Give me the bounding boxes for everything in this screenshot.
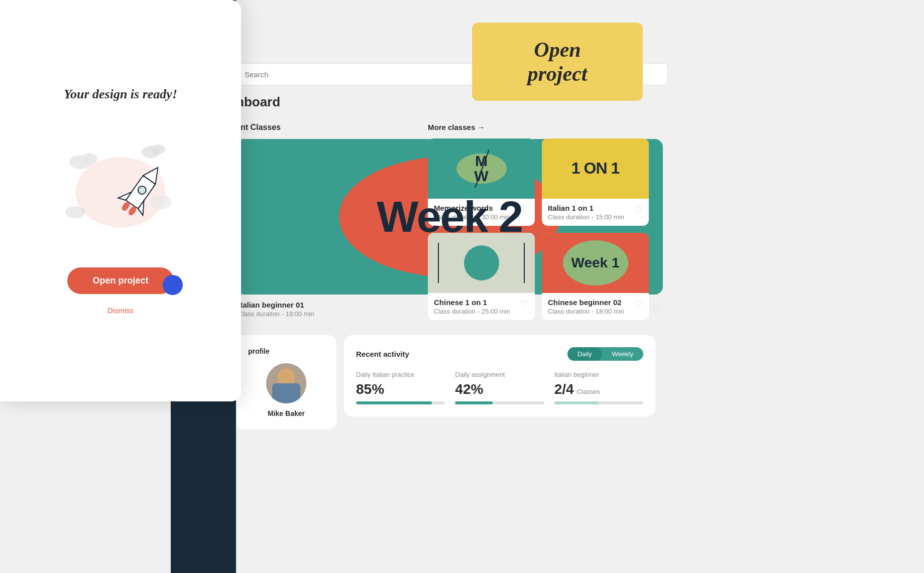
card-duration: Class duration - 18:00 min (548, 308, 624, 315)
progress-bar (554, 401, 643, 404)
big-card-title: Week 2 (377, 191, 522, 242)
user-name: Mike Baker (268, 409, 305, 417)
modal-open-button[interactable]: Open project (67, 267, 173, 294)
tab-daily[interactable]: Daily (567, 347, 602, 361)
card-thumb-mw: M W (428, 138, 535, 199)
v-line (438, 243, 439, 283)
rocket-svg (50, 122, 191, 242)
stat-value: 42% (455, 381, 544, 397)
card-info: Chinese beginner 02 Class duration - 18:… (542, 293, 649, 320)
page-title: nboard (236, 94, 280, 110)
card-chinese-beginner-02[interactable]: Week 1 Chinese beginner 02 Class duratio… (542, 233, 649, 320)
stat-value: 2/4 (554, 381, 574, 397)
stat-label: Daily assignment (455, 371, 544, 378)
favorite-icon[interactable]: ♡ (634, 298, 643, 310)
rocket-illustration (50, 122, 191, 242)
progress-fill (356, 401, 432, 404)
avatar (266, 363, 306, 403)
modal-overlay: Your design is ready! (0, 0, 241, 401)
tab-group: Daily Weekly (567, 347, 643, 361)
blue-dot-decoration (163, 275, 183, 295)
favorite-icon[interactable]: ♡ (634, 204, 643, 216)
stat-label: Daily Italian practice (356, 371, 445, 378)
v-line (524, 243, 525, 283)
stat-sub: Classes (577, 388, 600, 395)
week1-title: Week 1 (571, 255, 620, 271)
big-card-favorite-icon[interactable]: ♡ (652, 303, 661, 315)
card-name: Italian 1 on 1 (548, 204, 624, 212)
on1-text: 1 ON 1 (571, 160, 619, 177)
stat-value: 85% (356, 381, 445, 397)
card-info: Chinese 1 on 1 Class duration - 25:00 mi… (428, 293, 535, 320)
banner-label: Open project (528, 38, 588, 85)
big-card-duration: Class duration - 18:00 min (238, 310, 314, 318)
open-btn-wrapper: Open project (67, 267, 173, 302)
progress-bar (356, 401, 445, 404)
stat-italian-practice: Daily Italian practice 85% (356, 371, 445, 404)
stat-label: Italian beginner (554, 371, 643, 378)
activity-title: Recent activity (356, 350, 409, 358)
profile-section: profile Mike Baker (236, 335, 336, 429)
svg-point-6 (65, 206, 85, 218)
card-chinese-1on1[interactable]: Chinese 1 on 1 Class duration - 25:00 mi… (428, 233, 535, 320)
activity-stats: Daily Italian practice 85% Daily assignm… (356, 371, 643, 404)
progress-fill (455, 401, 492, 404)
card-thumb-1on1: 1 ON 1 (542, 138, 649, 199)
tab-weekly[interactable]: Weekly (602, 347, 643, 361)
chinese-circle (464, 245, 499, 280)
avatar-body (272, 383, 300, 403)
card-italian-1on1[interactable]: 1 ON 1 Italian 1 on 1 Class duration - 1… (542, 138, 649, 226)
svg-point-0 (75, 157, 166, 227)
stat-italian-beginner: Italian beginner 2/4 Classes (554, 371, 643, 404)
card-duration: Class duration - 15:00 min (548, 213, 624, 221)
progress-bar (455, 401, 544, 404)
activity-header: Recent activity Daily Weekly (356, 347, 643, 361)
more-classes-label: More classes → (428, 123, 649, 131)
activity-section: Recent activity Daily Weekly Daily Itali… (344, 335, 655, 416)
stat-daily-assignment: Daily assignment 42% (455, 371, 544, 404)
card-thumb-week1: Week 1 (542, 233, 649, 293)
svg-point-4 (151, 145, 165, 155)
progress-fill (554, 401, 599, 404)
favorite-icon[interactable]: ♡ (520, 298, 529, 310)
profile-title: profile (248, 347, 270, 355)
modal-title: Your design is ready! (64, 87, 177, 102)
card-name: Chinese beginner 02 (548, 298, 624, 307)
card-duration: Class duration - 25:00 min (434, 308, 510, 315)
avatar-figure (266, 363, 306, 403)
big-card-name: Italian beginner 01 (238, 301, 314, 309)
card-name: Chinese 1 on 1 (434, 298, 510, 307)
dismiss-button[interactable]: Dismiss (107, 306, 134, 315)
svg-point-5 (150, 195, 172, 209)
card-info: Italian 1 on 1 Class duration - 15:00 mi… (542, 199, 649, 226)
open-project-banner: Open project (472, 23, 643, 101)
svg-point-2 (81, 153, 97, 165)
